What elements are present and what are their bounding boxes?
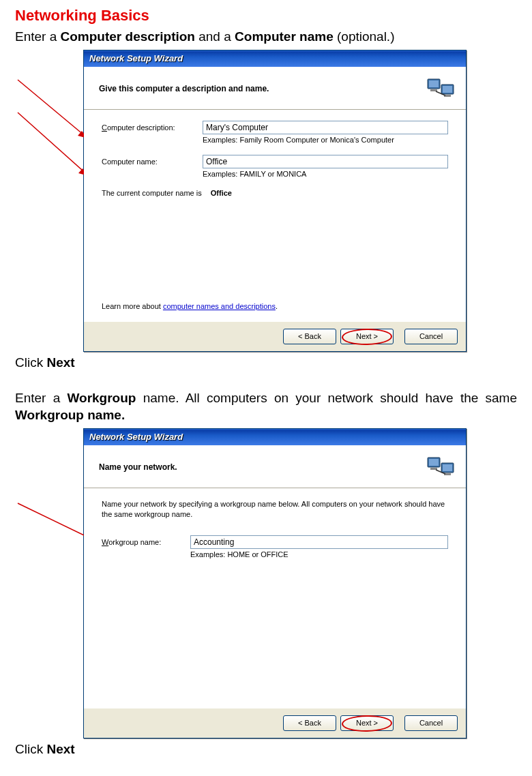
svg-rect-5 bbox=[429, 80, 439, 87]
network-computers-icon bbox=[426, 75, 456, 102]
computer-description-input[interactable] bbox=[203, 121, 448, 134]
next-button[interactable]: Next > bbox=[340, 715, 394, 731]
current-name-label: The current computer name is bbox=[102, 189, 202, 197]
wizard1-body: Computer description: Examples: Family R… bbox=[84, 110, 466, 321]
wizard2-body: Name your network by specifying a workgr… bbox=[84, 488, 466, 708]
wizard1-container: Network Setup Wizard Give this computer … bbox=[83, 50, 517, 352]
page-title: Networking Basics bbox=[15, 7, 517, 25]
next-button[interactable]: Next > bbox=[340, 329, 394, 344]
name-examples: Examples: FAMILY or MONICA bbox=[203, 170, 448, 178]
wizard2-header: Name your network. bbox=[84, 445, 466, 488]
current-name-value: Office bbox=[211, 189, 232, 197]
text: Enter a bbox=[15, 29, 61, 44]
cancel-button[interactable]: Cancel bbox=[404, 329, 458, 344]
step2-after: Click Next bbox=[15, 741, 517, 758]
wizard2-titlebar: Network Setup Wizard bbox=[84, 429, 466, 445]
svg-line-2 bbox=[18, 113, 89, 176]
text: and a bbox=[195, 29, 235, 44]
wizard2-body-text: Name your network by specifying a workgr… bbox=[102, 499, 448, 520]
svg-rect-17 bbox=[443, 464, 452, 471]
wizard2-container: Network Setup Wizard Name your network. … bbox=[83, 428, 517, 738]
computer-name-input[interactable] bbox=[203, 155, 448, 168]
step1-instruction: Enter a Computer description and a Compu… bbox=[15, 29, 517, 46]
workgroup-examples: Examples: HOME or OFFICE bbox=[190, 550, 448, 558]
wizard2-header-text: Name your network. bbox=[99, 462, 177, 472]
step1-after: Click Next bbox=[15, 355, 517, 372]
svg-rect-14 bbox=[429, 459, 439, 466]
wizard2-window: Network Setup Wizard Name your network. … bbox=[83, 428, 467, 738]
bold-computer-description: Computer description bbox=[61, 29, 195, 44]
network-computers-icon bbox=[426, 453, 456, 481]
step2-instruction: Enter a Workgroup name. All computers on… bbox=[15, 390, 517, 423]
bold-workgroup-name: Workgroup name. bbox=[15, 408, 125, 422]
wizard2-footer: < Back Next > Cancel bbox=[84, 708, 466, 738]
description-examples: Examples: Family Room Computer or Monica… bbox=[203, 136, 448, 144]
workgroup-name-input[interactable] bbox=[190, 535, 448, 549]
wizard1-footer: < Back Next > Cancel bbox=[84, 321, 466, 351]
svg-rect-8 bbox=[443, 86, 452, 93]
wizard1-titlebar: Network Setup Wizard bbox=[84, 50, 466, 67]
computer-description-label: Computer description: bbox=[102, 123, 203, 132]
learn-more-link[interactable]: computer names and descriptions bbox=[163, 302, 276, 310]
text: (optional.) bbox=[334, 29, 395, 44]
bold-next: Next bbox=[46, 742, 74, 756]
wizard1-header: Give this computer a description and nam… bbox=[84, 67, 466, 110]
cancel-button[interactable]: Cancel bbox=[404, 715, 458, 731]
bold-next: Next bbox=[46, 355, 74, 370]
bold-workgroup: Workgroup bbox=[67, 391, 136, 405]
learn-more-text: Learn more about computer names and desc… bbox=[102, 302, 278, 310]
wizard1-header-text: Give this computer a description and nam… bbox=[99, 84, 269, 93]
bold-computer-name: Computer name bbox=[235, 29, 334, 44]
workgroup-name-label: Workgroup name: bbox=[102, 538, 190, 546]
back-button[interactable]: < Back bbox=[283, 715, 336, 731]
wizard1-window: Network Setup Wizard Give this computer … bbox=[83, 50, 467, 352]
computer-name-label: Computer name: bbox=[102, 158, 203, 166]
back-button[interactable]: < Back bbox=[283, 329, 336, 344]
